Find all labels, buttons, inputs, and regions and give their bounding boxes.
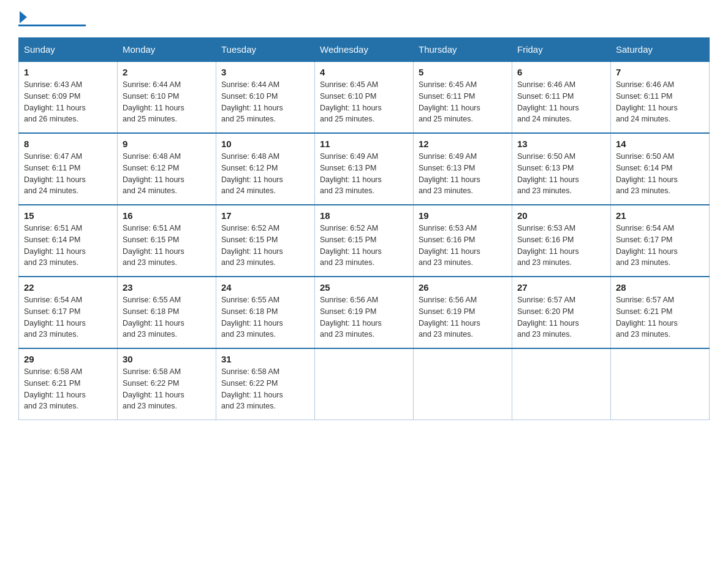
day-number: 16	[123, 210, 211, 221]
day-number: 1	[24, 67, 112, 77]
day-number: 11	[320, 139, 408, 149]
calendar-header-row: SundayMondayTuesdayWednesdayThursdayFrid…	[19, 38, 710, 62]
col-header-monday: Monday	[118, 38, 216, 62]
day-number: 26	[419, 282, 507, 293]
empty-cell	[414, 348, 512, 420]
day-number: 5	[419, 67, 507, 77]
empty-cell	[315, 348, 414, 420]
day-cell-13: 13 Sunrise: 6:50 AM Sunset: 6:13 PM Dayl…	[512, 133, 611, 205]
week-row-5: 29 Sunrise: 6:58 AM Sunset: 6:21 PM Dayl…	[19, 348, 710, 420]
day-info: Sunrise: 6:48 AM Sunset: 6:12 PM Dayligh…	[123, 151, 211, 197]
day-cell-9: 9 Sunrise: 6:48 AM Sunset: 6:12 PM Dayli…	[118, 133, 216, 205]
day-cell-29: 29 Sunrise: 6:58 AM Sunset: 6:21 PM Dayl…	[19, 348, 118, 420]
col-header-wednesday: Wednesday	[315, 38, 414, 62]
day-number: 6	[517, 67, 605, 77]
day-cell-18: 18 Sunrise: 6:52 AM Sunset: 6:15 PM Dayl…	[315, 205, 414, 277]
logo	[18, 12, 86, 26]
day-info: Sunrise: 6:48 AM Sunset: 6:12 PM Dayligh…	[221, 151, 309, 197]
day-info: Sunrise: 6:58 AM Sunset: 6:22 PM Dayligh…	[221, 366, 309, 412]
day-info: Sunrise: 6:51 AM Sunset: 6:14 PM Dayligh…	[24, 223, 112, 269]
day-info: Sunrise: 6:53 AM Sunset: 6:16 PM Dayligh…	[419, 223, 507, 269]
day-info: Sunrise: 6:44 AM Sunset: 6:10 PM Dayligh…	[123, 79, 211, 125]
logo-underline	[18, 25, 86, 26]
week-row-4: 22 Sunrise: 6:54 AM Sunset: 6:17 PM Dayl…	[19, 277, 710, 348]
day-info: Sunrise: 6:50 AM Sunset: 6:13 PM Dayligh…	[517, 151, 605, 197]
day-number: 15	[24, 210, 112, 221]
day-number: 17	[221, 210, 309, 221]
day-cell-14: 14 Sunrise: 6:50 AM Sunset: 6:14 PM Dayl…	[611, 133, 710, 205]
week-row-3: 15 Sunrise: 6:51 AM Sunset: 6:14 PM Dayl…	[19, 205, 710, 277]
day-info: Sunrise: 6:44 AM Sunset: 6:10 PM Dayligh…	[221, 79, 309, 125]
day-info: Sunrise: 6:50 AM Sunset: 6:14 PM Dayligh…	[616, 151, 704, 197]
day-info: Sunrise: 6:58 AM Sunset: 6:22 PM Dayligh…	[123, 366, 211, 412]
day-number: 13	[517, 139, 605, 149]
page-header	[18, 12, 710, 26]
day-number: 8	[24, 139, 112, 149]
day-cell-2: 2 Sunrise: 6:44 AM Sunset: 6:10 PM Dayli…	[118, 61, 216, 133]
day-cell-4: 4 Sunrise: 6:45 AM Sunset: 6:10 PM Dayli…	[315, 61, 414, 133]
day-cell-17: 17 Sunrise: 6:52 AM Sunset: 6:15 PM Dayl…	[216, 205, 315, 277]
day-number: 25	[320, 282, 408, 293]
day-cell-11: 11 Sunrise: 6:49 AM Sunset: 6:13 PM Dayl…	[315, 133, 414, 205]
day-number: 12	[419, 139, 507, 149]
day-cell-21: 21 Sunrise: 6:54 AM Sunset: 6:17 PM Dayl…	[611, 205, 710, 277]
day-number: 31	[221, 354, 309, 364]
day-cell-5: 5 Sunrise: 6:45 AM Sunset: 6:11 PM Dayli…	[414, 61, 512, 133]
day-cell-25: 25 Sunrise: 6:56 AM Sunset: 6:19 PM Dayl…	[315, 277, 414, 348]
day-number: 21	[616, 210, 704, 221]
empty-cell	[512, 348, 611, 420]
day-info: Sunrise: 6:58 AM Sunset: 6:21 PM Dayligh…	[24, 366, 112, 412]
calendar-table: SundayMondayTuesdayWednesdayThursdayFrid…	[18, 37, 710, 420]
day-cell-7: 7 Sunrise: 6:46 AM Sunset: 6:11 PM Dayli…	[611, 61, 710, 133]
day-number: 18	[320, 210, 408, 221]
day-cell-15: 15 Sunrise: 6:51 AM Sunset: 6:14 PM Dayl…	[19, 205, 118, 277]
day-number: 24	[221, 282, 309, 293]
day-number: 27	[517, 282, 605, 293]
day-cell-22: 22 Sunrise: 6:54 AM Sunset: 6:17 PM Dayl…	[19, 277, 118, 348]
day-number: 23	[123, 282, 211, 293]
col-header-sunday: Sunday	[19, 38, 118, 62]
col-header-friday: Friday	[512, 38, 611, 62]
day-number: 2	[123, 67, 211, 77]
day-info: Sunrise: 6:56 AM Sunset: 6:19 PM Dayligh…	[320, 294, 408, 340]
day-cell-1: 1 Sunrise: 6:43 AM Sunset: 6:09 PM Dayli…	[19, 61, 118, 133]
day-info: Sunrise: 6:49 AM Sunset: 6:13 PM Dayligh…	[320, 151, 408, 197]
day-cell-8: 8 Sunrise: 6:47 AM Sunset: 6:11 PM Dayli…	[19, 133, 118, 205]
day-number: 10	[221, 139, 309, 149]
day-cell-16: 16 Sunrise: 6:51 AM Sunset: 6:15 PM Dayl…	[118, 205, 216, 277]
week-row-2: 8 Sunrise: 6:47 AM Sunset: 6:11 PM Dayli…	[19, 133, 710, 205]
day-number: 9	[123, 139, 211, 149]
day-info: Sunrise: 6:43 AM Sunset: 6:09 PM Dayligh…	[24, 79, 112, 125]
day-number: 3	[221, 67, 309, 77]
day-info: Sunrise: 6:52 AM Sunset: 6:15 PM Dayligh…	[221, 223, 309, 269]
day-number: 22	[24, 282, 112, 293]
day-info: Sunrise: 6:57 AM Sunset: 6:21 PM Dayligh…	[616, 294, 704, 340]
day-info: Sunrise: 6:47 AM Sunset: 6:11 PM Dayligh…	[24, 151, 112, 197]
day-info: Sunrise: 6:54 AM Sunset: 6:17 PM Dayligh…	[24, 294, 112, 340]
day-cell-12: 12 Sunrise: 6:49 AM Sunset: 6:13 PM Dayl…	[414, 133, 512, 205]
day-info: Sunrise: 6:51 AM Sunset: 6:15 PM Dayligh…	[123, 223, 211, 269]
day-info: Sunrise: 6:55 AM Sunset: 6:18 PM Dayligh…	[221, 294, 309, 340]
day-cell-19: 19 Sunrise: 6:53 AM Sunset: 6:16 PM Dayl…	[414, 205, 512, 277]
day-number: 29	[24, 354, 112, 364]
day-number: 19	[419, 210, 507, 221]
day-number: 28	[616, 282, 704, 293]
day-info: Sunrise: 6:45 AM Sunset: 6:11 PM Dayligh…	[419, 79, 507, 125]
logo-text	[18, 12, 27, 23]
day-info: Sunrise: 6:46 AM Sunset: 6:11 PM Dayligh…	[517, 79, 605, 125]
col-header-thursday: Thursday	[414, 38, 512, 62]
day-cell-26: 26 Sunrise: 6:56 AM Sunset: 6:19 PM Dayl…	[414, 277, 512, 348]
day-cell-27: 27 Sunrise: 6:57 AM Sunset: 6:20 PM Dayl…	[512, 277, 611, 348]
day-cell-20: 20 Sunrise: 6:53 AM Sunset: 6:16 PM Dayl…	[512, 205, 611, 277]
day-cell-24: 24 Sunrise: 6:55 AM Sunset: 6:18 PM Dayl…	[216, 277, 315, 348]
day-info: Sunrise: 6:57 AM Sunset: 6:20 PM Dayligh…	[517, 294, 605, 340]
day-info: Sunrise: 6:49 AM Sunset: 6:13 PM Dayligh…	[419, 151, 507, 197]
day-number: 14	[616, 139, 704, 149]
day-number: 7	[616, 67, 704, 77]
day-info: Sunrise: 6:54 AM Sunset: 6:17 PM Dayligh…	[616, 223, 704, 269]
day-cell-23: 23 Sunrise: 6:55 AM Sunset: 6:18 PM Dayl…	[118, 277, 216, 348]
day-cell-3: 3 Sunrise: 6:44 AM Sunset: 6:10 PM Dayli…	[216, 61, 315, 133]
day-number: 4	[320, 67, 408, 77]
empty-cell	[611, 348, 710, 420]
day-cell-6: 6 Sunrise: 6:46 AM Sunset: 6:11 PM Dayli…	[512, 61, 611, 133]
